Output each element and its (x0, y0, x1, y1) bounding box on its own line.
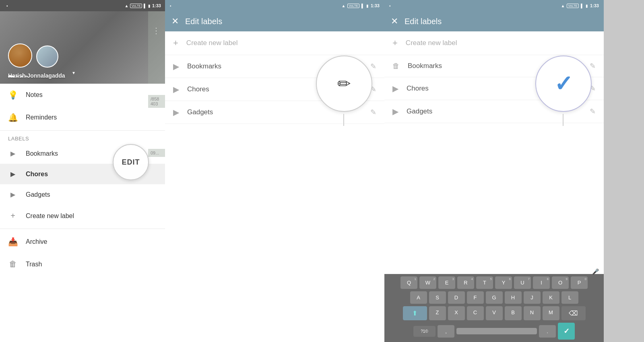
sidebar-item-gadgets[interactable]: ▶ Gadgets (0, 184, 165, 205)
key-S[interactable]: S (429, 291, 446, 304)
gadgets-edit-icon-p2[interactable]: ✎ (370, 108, 376, 117)
key-T[interactable]: T5 (476, 276, 493, 289)
sidebar-notes-label: Notes (26, 91, 43, 99)
pencil-circle-overlay: ✏ (316, 56, 372, 112)
edit-labels-panel-2: ▪ ▲ VoLTE ▌ ▮ 1:33 ✕ Edit labels + Creat… (165, 0, 384, 342)
shift-key[interactable]: ⬆ (403, 306, 427, 320)
status-icons-panel1: ▲ VoLTE ▌ ▮ 1:33 (125, 3, 161, 8)
key-P[interactable]: P0 (571, 276, 588, 289)
done-checkmark-icon: ✓ (564, 327, 570, 336)
create-new-label-row-panel3[interactable]: + Create new label (384, 31, 604, 55)
keyboard-row-3: ⬆ Z X C V B N M ⌫ (386, 306, 602, 320)
keyboard-row-4: ?1© , . ✓ (386, 323, 602, 340)
bookmarks-folder-icon: ▶ (8, 150, 18, 157)
photo-icon-panel3: ▪ (389, 4, 391, 8)
key-O[interactable]: O9 (552, 276, 569, 289)
key-B[interactable]: B (505, 306, 522, 320)
keyboard: 🎤 Q1 W2 E3 R4 T5 Y6 U7 I8 O9 P0 A S D F … (384, 274, 604, 342)
status-bar-panel1: ▪ ▲ VoLTE ▌ ▮ 1:33 (0, 0, 165, 11)
done-key[interactable]: ✓ (558, 323, 575, 340)
key-Z[interactable]: Z (429, 306, 446, 320)
profile-expand-arrow[interactable]: ▾ (72, 70, 75, 76)
key-U[interactable]: U7 (514, 276, 531, 289)
key-L[interactable]: L (561, 291, 578, 304)
sidebar-item-notes[interactable]: 💡 Notes (0, 84, 165, 106)
close-button-panel2[interactable]: ✕ (171, 16, 179, 27)
period-key[interactable]: . (539, 325, 556, 338)
sidebar-item-archive[interactable]: 📥 Archive (0, 231, 165, 253)
key-E[interactable]: E3 (438, 276, 455, 289)
reminders-icon: 🔔 (8, 113, 18, 122)
wifi-icon: ▲ (125, 4, 129, 8)
gadgets-edit-icon-p3[interactable]: ✎ (590, 107, 596, 116)
key-V[interactable]: V (486, 306, 503, 320)
edit-labels-header-panel3: ✕ Edit labels (384, 11, 604, 31)
space-key[interactable] (456, 328, 537, 334)
key-R[interactable]: R4 (457, 276, 474, 289)
bookmarks-edit-icon-p2[interactable]: ✎ (370, 62, 376, 71)
special-key[interactable]: ?1© (413, 326, 436, 337)
key-F[interactable]: F (467, 291, 484, 304)
indicator-dot-active (8, 76, 14, 77)
wifi-icon-p2: ▲ (342, 4, 346, 8)
status-icons-panel3: ▲ VoLTE ▌ ▮ 1:33 (561, 3, 599, 8)
key-W[interactable]: W2 (419, 276, 436, 289)
archive-icon: 📥 (8, 237, 18, 247)
circle-line-p3 (563, 114, 564, 126)
sidebar-item-trash[interactable]: 🗑 Trash (0, 253, 165, 275)
status-left-panel2: ▪ (170, 4, 171, 8)
key-G[interactable]: G (486, 291, 503, 304)
chores-folder-icon: ▶ (8, 170, 18, 178)
checkmark-circle-overlay: ✓ (535, 56, 592, 112)
right-edge-overlay (148, 11, 165, 84)
divider-1 (0, 130, 165, 131)
sidebar-archive-label: Archive (26, 238, 47, 245)
mic-icon[interactable]: 🎤 (592, 268, 599, 275)
comma-key[interactable]: , (438, 325, 454, 338)
create-plus-icon-panel2: + (173, 38, 178, 48)
signal-icon: ▌ (144, 4, 147, 8)
avatar-primary (8, 43, 32, 68)
battery-icon: ▮ (148, 4, 151, 8)
time-panel1: 1:33 (152, 3, 161, 8)
circle-line (343, 114, 344, 126)
trash-icon: 🗑 (8, 260, 18, 269)
key-Y[interactable]: Y6 (495, 276, 512, 289)
key-I[interactable]: I8 (533, 276, 550, 289)
time-panel3: 1:33 (590, 3, 599, 8)
keyboard-row-1: Q1 W2 E3 R4 T5 Y6 U7 I8 O9 P0 (386, 276, 602, 289)
key-D[interactable]: D (448, 291, 465, 304)
create-label-plus-icon: + (8, 211, 18, 220)
key-X[interactable]: X (448, 306, 465, 320)
backspace-key[interactable]: ⌫ (561, 306, 586, 320)
close-button-panel3[interactable]: ✕ (391, 16, 398, 27)
edit-labels-panel-3: ▪ ▲ VoLTE ▌ ▮ 1:33 ✕ Edit labels + Creat… (384, 0, 604, 342)
bookmarks-delete-icon-p3[interactable]: 🗑 (392, 62, 400, 70)
pencil-icon-large: ✏ (337, 74, 351, 93)
create-new-label-row-panel2[interactable]: + Create new label (165, 31, 384, 55)
bookmarks-edit-icon-p3[interactable]: ✎ (590, 62, 596, 70)
sidebar-trash-label: Trash (26, 261, 42, 268)
key-C[interactable]: C (467, 306, 484, 320)
edit-labels-header-panel2: ✕ Edit labels (165, 11, 384, 31)
key-H[interactable]: H (505, 291, 522, 304)
profile-header: ⋮ Harish Jonnalagadda ▾ (0, 11, 165, 84)
key-M[interactable]: M (543, 306, 559, 320)
sidebar-item-create-label[interactable]: + Create new label (0, 205, 165, 227)
chores-folder-icon-p3: ▶ (392, 84, 398, 93)
key-N[interactable]: N (524, 306, 541, 320)
key-A[interactable]: A (410, 291, 427, 304)
edit-button-label: EDIT (122, 158, 140, 167)
edit-button[interactable]: EDIT (113, 144, 149, 180)
gadgets-folder-icon-p3: ▶ (392, 107, 398, 116)
volte-icon-p2: VoLTE (347, 4, 359, 8)
chores-folder-icon-p2: ▶ (173, 84, 179, 94)
key-K[interactable]: K (543, 291, 559, 304)
battery-icon-p2: ▮ (366, 4, 369, 8)
status-icons-panel2: ▲ VoLTE ▌ ▮ 1:33 (342, 3, 380, 8)
key-Q[interactable]: Q1 (400, 276, 417, 289)
sidebar-gadgets-label: Gadgets (26, 191, 50, 198)
key-J[interactable]: J (524, 291, 541, 304)
signal-icon-p3: ▌ (581, 4, 584, 8)
sidebar-item-reminders[interactable]: 🔔 Reminders (0, 106, 165, 129)
